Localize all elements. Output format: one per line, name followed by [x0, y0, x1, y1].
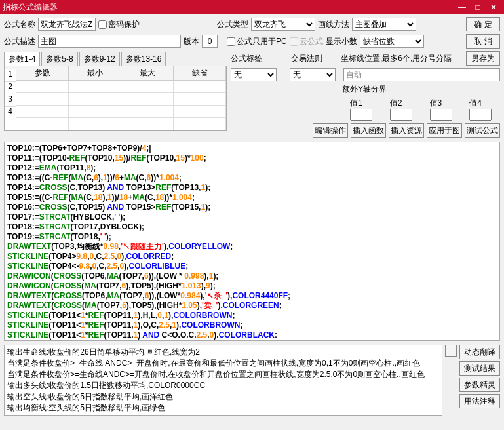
row-num: 1	[5, 69, 16, 82]
ok-button[interactable]: 确 定	[466, 17, 500, 31]
param-cell[interactable]	[69, 106, 121, 118]
formula-name-input[interactable]	[38, 18, 96, 31]
row-num: 4	[5, 107, 16, 119]
test-result-button[interactable]: 测试结果	[459, 361, 500, 376]
saveas-button[interactable]: 另存为	[466, 51, 500, 66]
decimal-select[interactable]: 缺省位数	[360, 35, 424, 48]
pc-only-checkbox[interactable]: 公式只用于PC	[227, 36, 287, 47]
formula-type-select[interactable]: 双龙齐飞	[251, 18, 315, 31]
row-num: 2	[5, 82, 16, 94]
minimize-icon[interactable]: —	[454, 3, 470, 12]
apply-chart-button[interactable]: 应用于图	[427, 123, 462, 138]
param-cell[interactable]	[174, 93, 226, 106]
label-yaxis: 额外Y轴分界	[342, 84, 387, 95]
trade-rule-select[interactable]: 无	[290, 68, 336, 81]
cancel-button[interactable]: 取 消	[466, 34, 500, 49]
version-input[interactable]	[202, 35, 218, 48]
insert-res-button[interactable]: 插入资源	[389, 123, 424, 138]
tag-select[interactable]: 无	[231, 68, 277, 81]
output-box[interactable]: 输出生命线:收盘价的26日简单移动平均,画红色,线宽为2当满足条件收盘价>=生命…	[4, 345, 442, 416]
tab-params-13-16[interactable]: 参数13-16	[121, 52, 166, 66]
label-draw-method: 画线方法	[318, 19, 349, 30]
expand-icon[interactable]	[445, 345, 457, 357]
val4-input[interactable]	[469, 109, 492, 121]
titlebar: 指标公式编辑器 — □ ✕	[0, 0, 504, 14]
param-cell[interactable]	[121, 118, 174, 130]
close-icon[interactable]: ✕	[486, 3, 501, 12]
window-title: 指标公式编辑器	[3, 2, 454, 13]
test-formula-button[interactable]: 测试公式	[465, 123, 500, 138]
tab-params-1-4[interactable]: 参数1-4	[4, 52, 40, 66]
row-num: 3	[5, 94, 16, 107]
tab-params-9-12[interactable]: 参数9-12	[79, 52, 120, 66]
cloud-checkbox: 云公式	[290, 36, 323, 47]
label-formula-type: 公式类型	[217, 19, 248, 30]
param-cell[interactable]	[174, 118, 226, 130]
param-cell[interactable]	[121, 81, 174, 93]
param-cell[interactable]	[121, 93, 174, 106]
usage-note-button[interactable]: 用法注释	[459, 394, 500, 408]
label-tag: 公式标签	[231, 53, 262, 64]
draw-method-select[interactable]: 主图叠加	[352, 18, 416, 31]
password-protect-checkbox[interactable]: 密码保护	[98, 19, 140, 30]
param-cell[interactable]	[174, 106, 226, 118]
label-formula-name: 公式名称	[4, 19, 35, 30]
label-coord: 坐标线位置,最多6个,用分号分隔	[341, 53, 452, 64]
maximize-icon[interactable]: □	[470, 3, 486, 12]
code-editor[interactable]: TOP10:=(TOP6+TOP7+TOP8+TOP9)/4;|TOP11:=(…	[4, 142, 500, 341]
edit-op-button[interactable]: 编辑操作	[313, 123, 348, 138]
param-cell[interactable]	[174, 81, 226, 93]
param-cell[interactable]	[16, 81, 69, 93]
val1-input[interactable]	[350, 109, 372, 121]
val3-input[interactable]	[430, 109, 452, 121]
param-wizard-button[interactable]: 参数精灵	[459, 378, 500, 392]
coord-input[interactable]	[343, 68, 500, 81]
param-cell[interactable]	[16, 93, 69, 106]
label-decimal: 显示小数	[326, 36, 357, 47]
label-trade-rule: 交易法则	[291, 53, 322, 64]
param-cell[interactable]	[69, 81, 121, 93]
label-version: 版本	[184, 36, 199, 47]
formula-desc-input[interactable]	[38, 35, 181, 48]
label-formula-desc: 公式描述	[4, 36, 35, 47]
param-cell[interactable]	[16, 118, 69, 130]
param-cell[interactable]	[69, 93, 121, 106]
param-cell[interactable]	[16, 106, 69, 118]
insert-fn-button[interactable]: 插入函数	[351, 123, 386, 138]
param-cell[interactable]	[69, 118, 121, 130]
param-grid: 1 2 3 4 参数 最小 最大 缺省	[4, 66, 227, 131]
tab-params-5-8[interactable]: 参数5-8	[41, 52, 77, 66]
param-area: 参数1-4 参数5-8 参数9-12 参数13-16 1 2 3 4 参数 最小…	[4, 51, 227, 138]
val2-input[interactable]	[390, 109, 412, 121]
param-cell[interactable]	[121, 106, 174, 118]
dynamic-translate-button[interactable]: 动态翻译	[459, 345, 500, 359]
